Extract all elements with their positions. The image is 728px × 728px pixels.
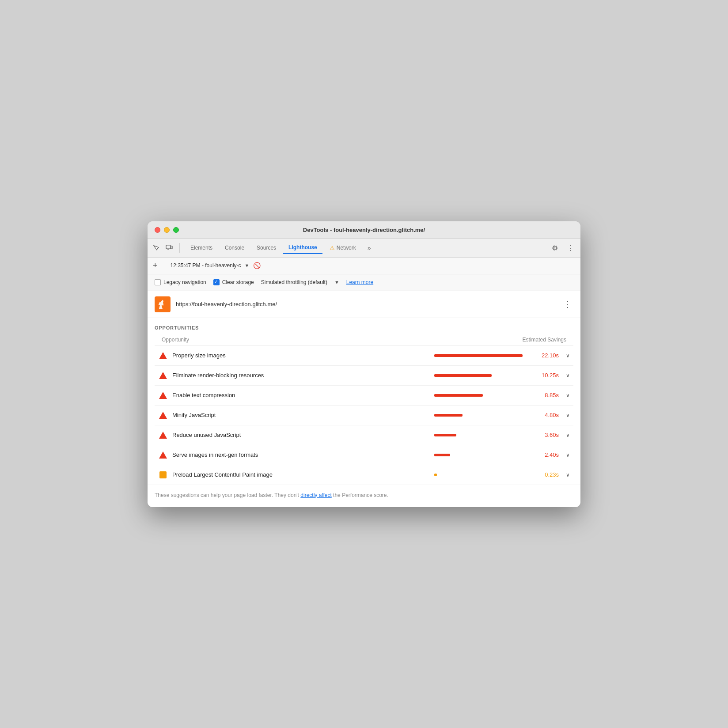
square-icon — [159, 471, 167, 478]
tab-console[interactable]: Console — [220, 242, 250, 254]
savings-value: 10.25s — [536, 372, 559, 379]
url-dropdown-icon[interactable]: ▼ — [245, 263, 250, 268]
savings-bar — [434, 354, 523, 357]
legacy-navigation-checkbox[interactable] — [155, 279, 161, 285]
savings-bar-container — [434, 354, 531, 357]
opp-label: Properly size images — [172, 352, 430, 359]
savings-bar-container — [434, 374, 531, 377]
col-savings: Estimated Savings — [523, 337, 566, 343]
clear-storage-option[interactable]: Clear storage — [213, 279, 254, 285]
savings-value: 4.80s — [536, 412, 559, 418]
tab-sources[interactable]: Sources — [251, 242, 281, 254]
opp-label: Reduce unused JavaScript — [172, 432, 430, 438]
table-row[interactable]: Reduce unused JavaScript 3.60s ∨ — [155, 425, 573, 445]
more-tabs-button[interactable]: » — [365, 243, 374, 253]
warning-icon-red — [158, 372, 168, 379]
savings-value: 2.40s — [536, 451, 559, 458]
addressbar: + 12:35:47 PM - foul-heavenly-c ▼ 🚫 — [148, 258, 580, 274]
opp-label: Preload Largest Contentful Paint image — [172, 471, 430, 478]
clear-storage-label: Clear storage — [222, 279, 254, 285]
cursor-icon[interactable] — [151, 243, 161, 253]
add-tab-icon[interactable]: + — [153, 261, 158, 270]
titlebar: DevTools - foul-heavenly-direction.glitc… — [148, 221, 580, 239]
warning-icon-red — [158, 392, 168, 399]
more-options-icon[interactable]: ⋮ — [565, 242, 577, 254]
warning-icon-yellow — [158, 471, 168, 478]
traffic-lights — [155, 227, 179, 233]
devtools-window: DevTools - foul-heavenly-direction.glitc… — [148, 221, 580, 507]
learn-more-link[interactable]: Learn more — [346, 279, 373, 285]
window-title: DevTools - foul-heavenly-direction.glitc… — [303, 227, 425, 233]
savings-bar — [434, 454, 450, 456]
expand-chevron[interactable]: ∨ — [566, 432, 570, 438]
triangle-icon — [159, 412, 167, 419]
directly-affect-link[interactable]: directly affect — [300, 492, 331, 498]
savings-bar-container — [434, 434, 531, 436]
savings-value: 22.10s — [536, 352, 559, 359]
lighthouse-url-header: https://foul-heavenly-direction.glitch.m… — [148, 291, 580, 318]
device-icon[interactable] — [164, 243, 174, 253]
lighthouse-url: https://foul-heavenly-direction.glitch.m… — [176, 301, 557, 307]
minimize-button[interactable] — [164, 227, 170, 233]
triangle-icon — [159, 451, 167, 459]
tab-lighthouse[interactable]: Lighthouse — [283, 242, 322, 254]
clear-storage-checkbox[interactable] — [213, 279, 220, 285]
close-button[interactable] — [155, 227, 160, 233]
savings-value: 8.85s — [536, 392, 559, 398]
expand-chevron[interactable]: ∨ — [566, 392, 570, 398]
throttling-label: Simulated throttling (default) — [261, 279, 327, 285]
savings-value: 3.60s — [536, 432, 559, 438]
settings-icon[interactable]: ⚙ — [549, 242, 561, 254]
divider — [165, 262, 165, 269]
savings-bar-yellow — [434, 474, 437, 476]
warning-icon-red — [158, 451, 168, 459]
triangle-icon — [159, 432, 167, 439]
table-row[interactable]: Enable text compression 8.85s ∨ — [155, 385, 573, 405]
table-row[interactable]: Minify JavaScript 4.80s ∨ — [155, 405, 573, 425]
tab-elements[interactable]: Elements — [185, 242, 218, 254]
svg-rect-1 — [171, 246, 172, 249]
savings-bar — [434, 394, 483, 397]
savings-bar — [434, 374, 492, 377]
maximize-button[interactable] — [173, 227, 179, 233]
savings-bar-container — [434, 454, 531, 456]
table-row[interactable]: Eliminate render-blocking resources 10.2… — [155, 365, 573, 385]
expand-chevron[interactable]: ∨ — [566, 412, 570, 418]
savings-value-yellow: 0.23s — [536, 471, 559, 478]
footer-text-before: These suggestions can help your page loa… — [155, 492, 300, 498]
footer: These suggestions can help your page loa… — [148, 485, 580, 507]
savings-bar-container — [434, 474, 531, 476]
svg-point-3 — [162, 300, 164, 302]
triangle-icon — [159, 352, 167, 359]
block-icon[interactable]: 🚫 — [253, 262, 261, 269]
svg-rect-0 — [166, 245, 171, 249]
triangle-icon — [159, 392, 167, 399]
lighthouse-menu-icon[interactable]: ⋮ — [562, 298, 573, 311]
triangle-icon — [159, 372, 167, 379]
expand-chevron[interactable]: ∨ — [566, 452, 570, 458]
warning-icon-red — [158, 412, 168, 419]
table-row[interactable]: Properly size images 22.10s ∨ — [155, 345, 573, 365]
opp-label: Enable text compression — [172, 392, 430, 398]
table-row[interactable]: Serve images in next-gen formats 2.40s ∨ — [155, 445, 573, 465]
footer-text-after: the Performance score. — [332, 492, 388, 498]
savings-bar — [434, 414, 463, 417]
warning-icon-red — [158, 352, 168, 359]
opportunities-section: OPPORTUNITIES Opportunity Estimated Savi… — [148, 318, 580, 485]
throttle-dropdown-icon[interactable]: ▼ — [334, 280, 339, 285]
expand-chevron[interactable]: ∨ — [566, 372, 570, 379]
optionsbar: Legacy navigation Clear storage Simulate… — [148, 274, 580, 291]
legacy-navigation-label: Legacy navigation — [163, 279, 206, 285]
tabbar: Elements Console Sources Lighthouse ⚠ Ne… — [148, 239, 580, 258]
devtools-icons — [151, 243, 180, 253]
expand-chevron[interactable]: ∨ — [566, 353, 570, 359]
tab-network[interactable]: ⚠ Network — [324, 242, 361, 254]
savings-bar-container — [434, 394, 531, 397]
legacy-navigation-option[interactable]: Legacy navigation — [155, 279, 206, 285]
table-row[interactable]: Preload Largest Contentful Paint image 0… — [155, 465, 573, 485]
main-content: https://foul-heavenly-direction.glitch.m… — [148, 291, 580, 507]
warning-icon-red — [158, 432, 168, 439]
savings-bar — [434, 434, 456, 436]
expand-chevron[interactable]: ∨ — [566, 472, 570, 478]
url-display: 12:35:47 PM - foul-heavenly-c — [171, 262, 241, 269]
